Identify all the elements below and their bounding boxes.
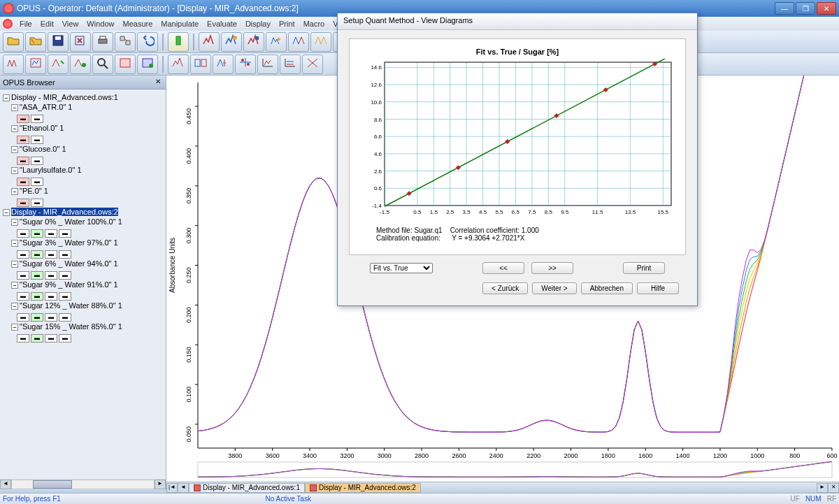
tb-undo-icon[interactable] (137, 32, 158, 52)
tree-action-button[interactable]: ▬ (59, 313, 71, 322)
tb-peak5-icon[interactable] (288, 32, 309, 52)
tree-action-button[interactable]: ▬ (45, 250, 57, 259)
tree-action-button[interactable]: ▬ (45, 313, 57, 322)
expand-icon[interactable]: − (11, 104, 18, 111)
tb2-14-icon[interactable] (302, 55, 323, 74)
tree-file-node[interactable]: −"ASA_ATR.0" 1 (3, 102, 163, 112)
tree-display-node[interactable]: −Display - MIR_Advanced.ows:1 (3, 92, 163, 102)
tree-file-node[interactable]: −"Ethanol.0" 1 (3, 123, 163, 133)
tree-action-button[interactable]: ▬ (17, 199, 29, 207)
tree-action-button[interactable]: ▬ (17, 136, 29, 144)
tb2-1-icon[interactable] (3, 55, 24, 74)
tb2-4-icon[interactable] (70, 55, 91, 74)
scroll-left-icon[interactable]: ◄ (0, 480, 11, 489)
expand-icon[interactable]: − (11, 146, 18, 153)
menu-file[interactable]: File (15, 20, 36, 28)
tree-action-button[interactable]: ▬ (31, 313, 43, 322)
expand-icon[interactable]: − (11, 188, 18, 195)
help-button[interactable]: Hilfe (637, 282, 679, 294)
scroll-right-icon[interactable]: ► (155, 480, 166, 489)
tb2-2-icon[interactable] (25, 55, 46, 74)
expand-icon[interactable]: − (11, 167, 18, 174)
expand-icon[interactable]: − (11, 240, 18, 247)
tree-display-node[interactable]: −Display - MIR_Advanced.ows:2 (3, 207, 163, 217)
expand-icon[interactable]: − (11, 219, 18, 226)
tb2-6-icon[interactable] (115, 55, 136, 74)
diagram-type-select[interactable]: Fit vs. True (370, 263, 433, 273)
tree-action-button[interactable]: ▬ (31, 229, 43, 238)
menu-display[interactable]: Display (241, 20, 275, 28)
tb-open-icon[interactable] (3, 32, 24, 52)
tree-action-button[interactable]: ▬ (45, 229, 57, 238)
tb-print-icon[interactable] (92, 32, 113, 52)
tree-action-button[interactable]: ▬ (59, 250, 71, 259)
tree-action-button[interactable]: ▬ (31, 115, 43, 123)
tab-nav-prev-icon[interactable]: ◄ (178, 483, 189, 493)
tree-action-button[interactable]: ▬ (17, 115, 29, 123)
expand-icon[interactable]: − (11, 261, 18, 268)
menu-evaluate[interactable]: Evaluate (203, 20, 241, 28)
tab-nav-close-icon[interactable]: ✕ (828, 483, 839, 493)
tb2-3-icon[interactable] (48, 55, 69, 74)
doc-tab-1[interactable]: Display - MIR_Advanced.ows:1 (189, 483, 305, 493)
tree-action-button[interactable]: ▬ (17, 334, 29, 343)
tb-open2-icon[interactable] (25, 32, 46, 52)
file-tree[interactable]: −Display - MIR_Advanced.ows:1−"ASA_ATR.0… (0, 89, 166, 479)
tb-peak4-icon[interactable] (266, 32, 287, 52)
sidebar-hscroll[interactable]: ◄ ► (0, 479, 166, 490)
expand-icon[interactable]: − (11, 324, 18, 331)
expand-icon[interactable]: − (3, 94, 10, 101)
tree-action-button[interactable]: ▬ (17, 313, 29, 322)
tree-file-node[interactable]: −"Sugar 3% _ Water 97%.0" 1 (3, 238, 163, 247)
expand-icon[interactable]: − (11, 125, 18, 132)
tb2-12-icon[interactable] (257, 55, 278, 74)
tb-send-icon[interactable] (115, 32, 136, 52)
scroll-thumb[interactable] (33, 480, 72, 489)
tab-nav-next-icon[interactable]: ► (817, 483, 828, 493)
tree-file-node[interactable]: −"Laurylsulfate.0" 1 (3, 165, 163, 175)
tree-action-button[interactable]: ▬ (45, 334, 57, 343)
tb-measure-icon[interactable] (168, 32, 189, 52)
doc-tab-2[interactable]: Display - MIR_Advanced.ows:2 (305, 483, 421, 493)
tb2-13-icon[interactable] (280, 55, 301, 74)
tree-action-button[interactable]: ▬ (31, 292, 43, 301)
tree-action-button[interactable]: ▬ (17, 229, 29, 238)
tree-action-button[interactable]: ▬ (45, 271, 57, 280)
menu-window[interactable]: Window (83, 20, 118, 28)
print-button[interactable]: Print (623, 262, 665, 274)
tb-peak6-icon[interactable] (310, 32, 331, 52)
tb-peak2-icon[interactable] (221, 32, 242, 52)
tree-action-button[interactable]: ▬ (59, 229, 71, 238)
tree-action-button[interactable]: ▬ (17, 157, 29, 165)
close-button[interactable]: ✕ (817, 2, 836, 15)
forward-button[interactable]: Weiter > (532, 282, 576, 294)
tree-action-button[interactable]: ▬ (17, 250, 29, 259)
back-button[interactable]: < Zurück (482, 282, 528, 294)
tree-action-button[interactable]: ▬ (31, 157, 43, 165)
tb-peak3-icon[interactable] (243, 32, 264, 52)
tree-file-node[interactable]: −"Sugar 6% _ Water 94%.0" 1 (3, 259, 163, 268)
tb2-11-icon[interactable] (235, 55, 256, 74)
tree-action-button[interactable]: ▬ (31, 250, 43, 259)
menu-measure[interactable]: Measure (118, 20, 157, 28)
tree-file-node[interactable]: −"Sugar 12% _ Water 88%.0" 1 (3, 301, 163, 310)
tree-action-button[interactable]: ▬ (45, 292, 57, 301)
tree-action-button[interactable]: ▬ (31, 271, 43, 280)
tree-file-node[interactable]: −"Glucose.0" 1 (3, 144, 163, 154)
tree-action-button[interactable]: ▬ (31, 199, 43, 207)
next-diagram-button[interactable]: >> (531, 262, 573, 274)
tree-action-button[interactable]: ▬ (31, 334, 43, 343)
menu-manipulate[interactable]: Manipulate (157, 20, 203, 28)
expand-icon[interactable]: − (3, 209, 10, 216)
tree-file-node[interactable]: −"Sugar 9% _ Water 91%.0" 1 (3, 280, 163, 289)
tree-file-node[interactable]: −"Sugar 0% _ Water 100%.0" 1 (3, 217, 163, 226)
tb-unload-icon[interactable] (70, 32, 91, 52)
menu-print[interactable]: Print (275, 20, 299, 28)
tree-action-button[interactable]: ▬ (31, 136, 43, 144)
tb2-8-icon[interactable] (168, 55, 189, 74)
sidebar-close-icon[interactable]: ✕ (153, 78, 163, 87)
maximize-button[interactable]: ❐ (796, 2, 815, 15)
menu-view[interactable]: View (58, 20, 83, 28)
tb2-10-icon[interactable] (213, 55, 234, 74)
menu-edit[interactable]: Edit (36, 20, 58, 28)
